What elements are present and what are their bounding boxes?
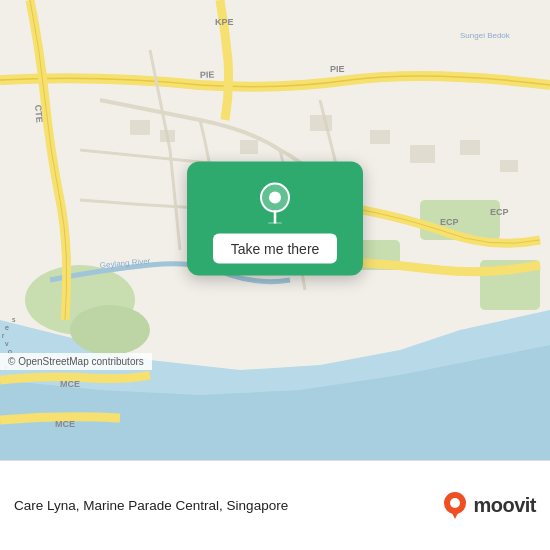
svg-rect-31 (410, 145, 435, 163)
bottom-bar: Care Lyna, Marine Parade Central, Singap… (0, 460, 550, 550)
svg-text:KPE: KPE (215, 17, 234, 27)
svg-text:CTE: CTE (33, 104, 45, 123)
svg-point-4 (70, 305, 150, 355)
svg-rect-29 (310, 115, 332, 131)
bottom-info: Care Lyna, Marine Parade Central, Singap… (0, 461, 550, 550)
svg-rect-33 (500, 160, 518, 172)
svg-rect-26 (130, 120, 150, 135)
svg-rect-30 (370, 130, 390, 144)
svg-text:ECP: ECP (440, 217, 459, 227)
svg-text:PIE: PIE (330, 64, 345, 74)
svg-point-35 (269, 192, 281, 204)
moovit-pin-icon (441, 491, 469, 519)
map-container: PIE PIE CTE KPE ECP ECP ECP MCE MCE Geyl… (0, 0, 550, 460)
svg-text:PIE: PIE (200, 69, 215, 80)
svg-text:Sungei Bedok: Sungei Bedok (460, 31, 511, 40)
svg-point-38 (450, 498, 460, 508)
svg-text:ECP: ECP (490, 207, 509, 217)
svg-text:s: s (12, 316, 16, 323)
location-card: Take me there (187, 162, 363, 276)
svg-text:v: v (5, 340, 9, 347)
take-me-there-button[interactable]: Take me there (213, 234, 338, 264)
moovit-logo: moovit (441, 491, 536, 519)
svg-rect-32 (460, 140, 480, 155)
moovit-label: moovit (473, 494, 536, 517)
svg-marker-39 (451, 511, 459, 519)
attribution-bar: © OpenStreetMap contributors (0, 353, 152, 370)
svg-text:e: e (5, 324, 9, 331)
location-text: Care Lyna, Marine Parade Central, Singap… (14, 498, 288, 513)
svg-rect-27 (160, 130, 175, 142)
location-pin-icon (253, 180, 297, 224)
svg-rect-28 (240, 140, 258, 154)
svg-text:MCE: MCE (60, 379, 80, 389)
svg-text:MCE: MCE (55, 419, 75, 429)
